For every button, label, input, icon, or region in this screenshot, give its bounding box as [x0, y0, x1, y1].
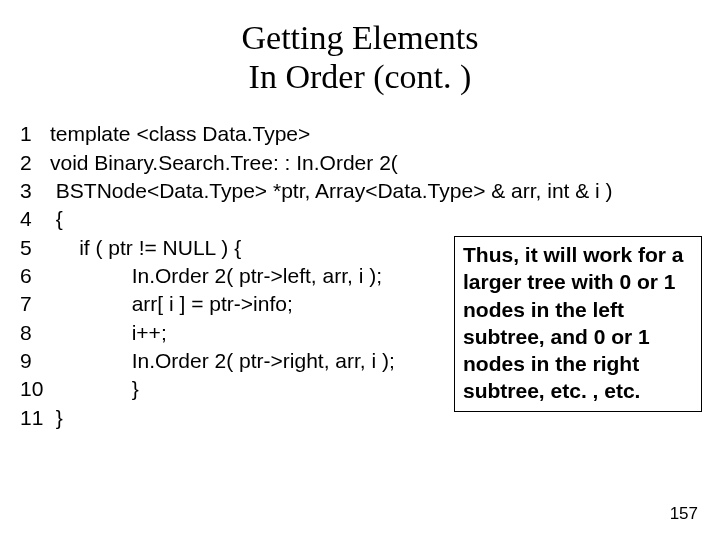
code-line-4: 4 { [20, 205, 700, 233]
page-number: 157 [670, 504, 698, 524]
annotation-text: Thus, it will work for a larger tree wit… [463, 243, 684, 402]
annotation-box: Thus, it will work for a larger tree wit… [454, 236, 702, 412]
title-line-1: Getting Elements [241, 19, 478, 56]
slide-title: Getting Elements In Order (cont. ) [0, 18, 720, 96]
code-line-2: 2void Binary.Search.Tree: : In.Order 2( [20, 149, 700, 177]
title-line-2: In Order (cont. ) [249, 58, 472, 95]
code-line-3: 3 BSTNode<Data.Type> *ptr, Array<Data.Ty… [20, 177, 700, 205]
code-line-1: 1template <class Data.Type> [20, 120, 700, 148]
